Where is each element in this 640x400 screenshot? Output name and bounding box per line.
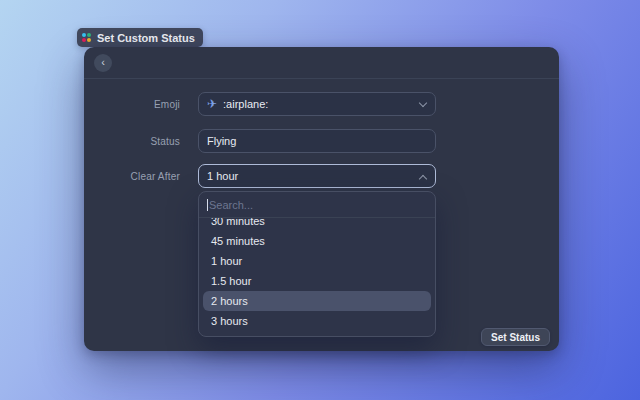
clear-after-select-value: 1 hour — [207, 170, 414, 182]
window-title: Set Custom Status — [97, 32, 195, 44]
dialog-header: ‹ — [84, 47, 559, 79]
chevron-left-icon: ‹ — [101, 57, 105, 68]
option-30-minutes[interactable]: 30 minutes — [203, 218, 431, 231]
set-custom-status-dialog: ‹ Emoji ✈ :airplane: Status Clear After … — [84, 47, 559, 351]
clear-after-dropdown-panel: 30 minutes 45 minutes 1 hour 1.5 hour 2 … — [198, 191, 436, 337]
status-input[interactable] — [198, 129, 436, 153]
dropdown-search-input[interactable] — [199, 192, 435, 217]
slack-icon — [82, 33, 92, 43]
dropdown-option-list: 30 minutes 45 minutes 1 hour 1.5 hour 2 … — [199, 218, 435, 336]
chevron-down-icon — [420, 101, 427, 108]
back-button[interactable]: ‹ — [94, 54, 112, 72]
emoji-select[interactable]: ✈ :airplane: — [198, 92, 436, 116]
option-45-minutes[interactable]: 45 minutes — [203, 231, 431, 251]
text-cursor — [207, 199, 208, 211]
option-1-5-hour[interactable]: 1.5 hour — [203, 271, 431, 291]
emoji-select-value: :airplane: — [223, 98, 414, 110]
window-title-badge: Set Custom Status — [77, 28, 203, 47]
set-status-button-label: Set Status — [491, 332, 540, 343]
option-3-hours[interactable]: 3 hours — [203, 311, 431, 331]
option-2-hours[interactable]: 2 hours — [203, 291, 431, 311]
emoji-label: Emoji — [84, 99, 180, 110]
clear-after-label: Clear After — [84, 171, 180, 182]
option-1-hour[interactable]: 1 hour — [203, 251, 431, 271]
airplane-emoji-icon: ✈ — [207, 97, 217, 111]
clear-after-select[interactable]: 1 hour — [198, 164, 436, 188]
status-label: Status — [84, 136, 180, 147]
set-status-button[interactable]: Set Status — [481, 328, 550, 346]
dropdown-search-row — [199, 192, 435, 218]
chevron-up-icon — [420, 173, 427, 180]
